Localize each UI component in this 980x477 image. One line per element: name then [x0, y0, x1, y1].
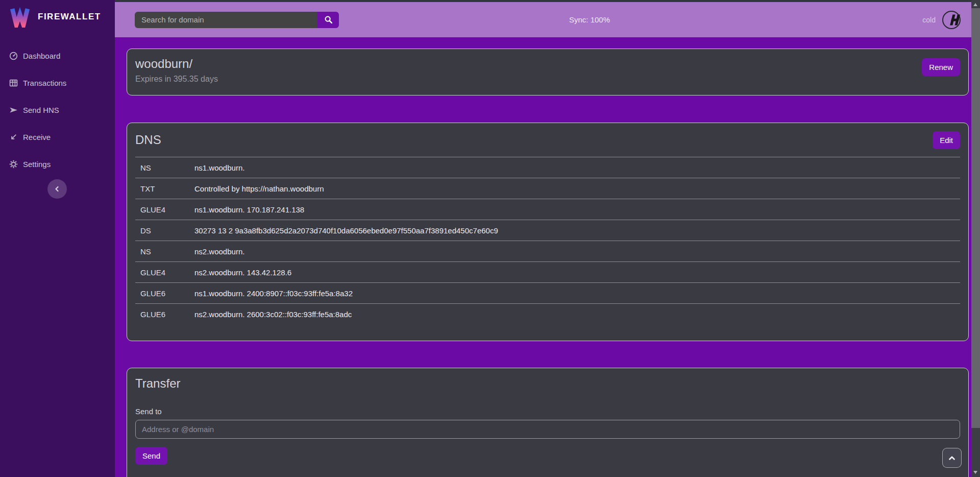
dns-record-row: GLUE4 ns2.woodburn. 143.42.128.6	[135, 261, 960, 282]
dns-record-type: NS	[135, 247, 194, 256]
dns-record-value: ns2.woodburn. 143.42.128.6	[194, 268, 291, 277]
send-button[interactable]: Send	[135, 447, 167, 465]
chevron-left-icon	[53, 185, 61, 193]
domain-title: woodburn/	[135, 57, 960, 71]
dns-record-value: ns1.woodburn.	[194, 163, 244, 172]
topbar: Sync: 100% cold	[115, 0, 980, 37]
dns-record-type: DS	[135, 226, 194, 235]
search-button[interactable]	[317, 12, 339, 28]
dns-record-row: GLUE4 ns1.woodburn. 170.187.241.138	[135, 199, 960, 220]
dns-record-row: NS ns1.woodburn.	[135, 157, 960, 178]
scrollbar-down-arrow-icon[interactable]	[973, 471, 977, 474]
domain-card: woodburn/ Expires in 395.35 days Renew	[127, 49, 969, 96]
transfer-card: Transfer Send to Send	[127, 368, 969, 477]
scrollbar-thumb[interactable]	[971, 8, 980, 428]
search-icon	[324, 15, 333, 24]
sync-status: Sync: 100%	[569, 15, 610, 24]
sidebar-item-send-hns[interactable]: Send HNS	[9, 102, 115, 117]
dns-record-type: GLUE4	[135, 268, 194, 277]
dns-record-value: ns1.woodburn. 2400:8907::f03c:93ff:fe5a:…	[194, 289, 353, 298]
dns-record-row: GLUE6 ns1.woodburn. 2400:8907::f03c:93ff…	[135, 282, 960, 303]
scroll-to-top-button[interactable]	[942, 448, 962, 468]
scrollbar[interactable]	[971, 0, 980, 477]
sidebar-item-label: Transactions	[23, 79, 66, 87]
dns-record-row: NS ns2.woodburn.	[135, 241, 960, 261]
receive-icon	[9, 133, 18, 141]
sidebar-nav: Dashboard Transactions Send HNS	[0, 48, 115, 172]
transfer-address-input[interactable]	[135, 420, 960, 439]
chevron-up-icon	[947, 454, 957, 463]
send-icon	[9, 106, 18, 114]
sidebar-collapse-button[interactable]	[47, 179, 67, 199]
sidebar-item-label: Send HNS	[23, 106, 59, 114]
dns-record-value: Controlled by https://nathan.woodburn	[194, 184, 324, 193]
sidebar-item-dashboard[interactable]: Dashboard	[9, 48, 115, 63]
send-to-label: Send to	[135, 407, 960, 416]
edit-dns-button[interactable]: Edit	[933, 131, 960, 149]
wallet-area: cold	[922, 2, 961, 37]
sidebar: FIREWALLET Dashboard Tran	[0, 0, 115, 477]
dns-record-value: ns2.woodburn. 2600:3c02::f03c:93ff:fe5a:…	[194, 310, 352, 319]
sidebar-item-settings[interactable]: Settings	[9, 156, 115, 172]
dns-record-type: GLUE6	[135, 310, 194, 319]
sidebar-item-label: Receive	[23, 133, 51, 141]
sidebar-item-receive[interactable]: Receive	[9, 129, 115, 145]
renew-button[interactable]: Renew	[922, 58, 960, 76]
sidebar-item-label: Dashboard	[23, 52, 60, 60]
wallet-name: cold	[922, 16, 936, 24]
dns-record-value: 30273 13 2 9a3a8fb3d625d2a2073d740f10da6…	[194, 226, 498, 235]
dns-record-type: GLUE4	[135, 205, 194, 214]
sidebar-item-label: Settings	[23, 160, 51, 169]
sidebar-item-transactions[interactable]: Transactions	[9, 75, 115, 90]
dns-record-value: ns2.woodburn.	[194, 247, 244, 256]
search-input[interactable]	[135, 12, 317, 28]
scrollbar-up-arrow-icon[interactable]	[973, 3, 977, 6]
dns-card: DNS Edit NS ns1.woodburn. TXT Controlled…	[127, 123, 969, 341]
dns-record-type: NS	[135, 163, 194, 172]
dns-record-row: GLUE6 ns2.woodburn. 2600:3c02::f03c:93ff…	[135, 303, 960, 324]
dns-record-type: TXT	[135, 184, 194, 193]
transfer-title: Transfer	[135, 376, 960, 391]
content: woodburn/ Expires in 395.35 days Renew D…	[115, 37, 980, 477]
domain-searchbox	[135, 12, 339, 28]
domain-expiry: Expires in 395.35 days	[135, 75, 960, 84]
firewallet-logo-icon	[9, 6, 31, 28]
handshake-logo-icon[interactable]	[942, 10, 961, 30]
dns-records-table: NS ns1.woodburn. TXT Controlled by https…	[135, 157, 960, 324]
dns-record-row: TXT Controlled by https://nathan.woodbur…	[135, 178, 960, 199]
dns-record-type: GLUE6	[135, 289, 194, 298]
dashboard-icon	[9, 52, 18, 60]
settings-icon	[9, 160, 18, 169]
dns-record-row: DS 30273 13 2 9a3a8fb3d625d2a2073d740f10…	[135, 220, 960, 241]
brand-name: FIREWALLET	[38, 12, 101, 22]
dns-title: DNS	[135, 133, 960, 147]
dns-record-value: ns1.woodburn. 170.187.241.138	[194, 205, 304, 214]
brand: FIREWALLET	[0, 0, 115, 28]
main-area: Sync: 100% cold woodburn/ Expires in 395…	[115, 0, 980, 477]
transactions-icon	[9, 79, 18, 87]
